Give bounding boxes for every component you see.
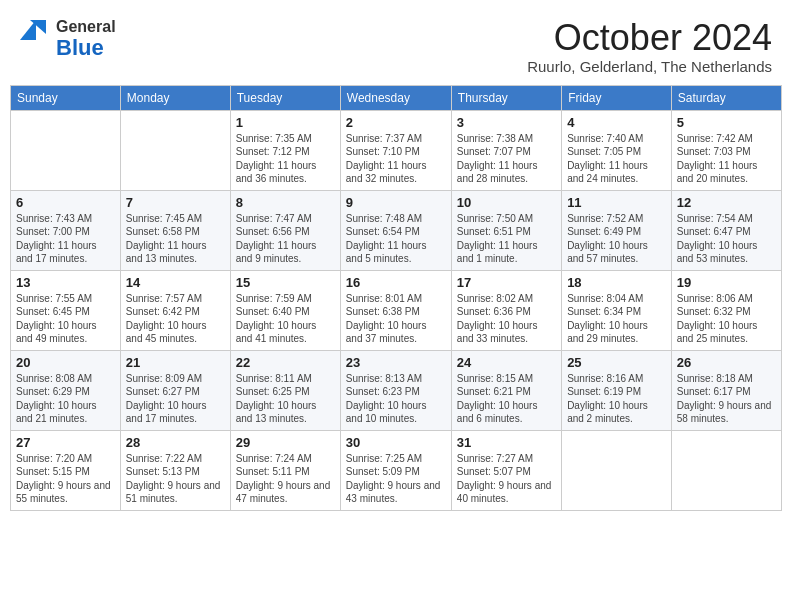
day-number: 6 [16, 195, 115, 210]
day-info: Sunrise: 8:04 AMSunset: 6:34 PMDaylight:… [567, 292, 666, 346]
day-info: Sunrise: 7:42 AMSunset: 7:03 PMDaylight:… [677, 132, 776, 186]
calendar-cell: 25Sunrise: 8:16 AMSunset: 6:19 PMDayligh… [562, 350, 672, 430]
day-number: 5 [677, 115, 776, 130]
day-info: Sunrise: 8:15 AMSunset: 6:21 PMDaylight:… [457, 372, 556, 426]
day-number: 4 [567, 115, 666, 130]
day-number: 12 [677, 195, 776, 210]
calendar-cell: 5Sunrise: 7:42 AMSunset: 7:03 PMDaylight… [671, 110, 781, 190]
day-info: Sunrise: 7:35 AMSunset: 7:12 PMDaylight:… [236, 132, 335, 186]
calendar-cell: 26Sunrise: 8:18 AMSunset: 6:17 PMDayligh… [671, 350, 781, 430]
calendar-week-row: 20Sunrise: 8:08 AMSunset: 6:29 PMDayligh… [11, 350, 782, 430]
logo-general-text: General [56, 18, 116, 36]
weekday-header-cell: Thursday [451, 85, 561, 110]
day-info: Sunrise: 8:09 AMSunset: 6:27 PMDaylight:… [126, 372, 225, 426]
day-info: Sunrise: 7:38 AMSunset: 7:07 PMDaylight:… [457, 132, 556, 186]
calendar-cell [120, 110, 230, 190]
day-number: 16 [346, 275, 446, 290]
day-info: Sunrise: 7:25 AMSunset: 5:09 PMDaylight:… [346, 452, 446, 506]
day-number: 30 [346, 435, 446, 450]
title-block: October 2024 Ruurlo, Gelderland, The Net… [527, 18, 772, 75]
calendar-cell: 21Sunrise: 8:09 AMSunset: 6:27 PMDayligh… [120, 350, 230, 430]
calendar-cell: 22Sunrise: 8:11 AMSunset: 6:25 PMDayligh… [230, 350, 340, 430]
day-info: Sunrise: 8:01 AMSunset: 6:38 PMDaylight:… [346, 292, 446, 346]
day-number: 22 [236, 355, 335, 370]
day-number: 20 [16, 355, 115, 370]
day-info: Sunrise: 7:45 AMSunset: 6:58 PMDaylight:… [126, 212, 225, 266]
calendar-table: SundayMondayTuesdayWednesdayThursdayFrid… [10, 85, 782, 511]
calendar-cell: 3Sunrise: 7:38 AMSunset: 7:07 PMDaylight… [451, 110, 561, 190]
calendar-cell: 15Sunrise: 7:59 AMSunset: 6:40 PMDayligh… [230, 270, 340, 350]
day-info: Sunrise: 8:13 AMSunset: 6:23 PMDaylight:… [346, 372, 446, 426]
calendar-body: 1Sunrise: 7:35 AMSunset: 7:12 PMDaylight… [11, 110, 782, 510]
day-info: Sunrise: 8:18 AMSunset: 6:17 PMDaylight:… [677, 372, 776, 426]
weekday-header-cell: Tuesday [230, 85, 340, 110]
page-header: General General Blue October 2024 Ruurlo… [10, 10, 782, 79]
calendar-cell: 29Sunrise: 7:24 AMSunset: 5:11 PMDayligh… [230, 430, 340, 510]
day-number: 24 [457, 355, 556, 370]
day-number: 11 [567, 195, 666, 210]
calendar-cell: 31Sunrise: 7:27 AMSunset: 5:07 PMDayligh… [451, 430, 561, 510]
calendar-cell: 27Sunrise: 7:20 AMSunset: 5:15 PMDayligh… [11, 430, 121, 510]
calendar-cell: 28Sunrise: 7:22 AMSunset: 5:13 PMDayligh… [120, 430, 230, 510]
day-number: 13 [16, 275, 115, 290]
day-number: 23 [346, 355, 446, 370]
calendar-cell: 11Sunrise: 7:52 AMSunset: 6:49 PMDayligh… [562, 190, 672, 270]
calendar-cell: 17Sunrise: 8:02 AMSunset: 6:36 PMDayligh… [451, 270, 561, 350]
day-info: Sunrise: 7:43 AMSunset: 7:00 PMDaylight:… [16, 212, 115, 266]
day-number: 27 [16, 435, 115, 450]
day-number: 8 [236, 195, 335, 210]
calendar-cell: 20Sunrise: 8:08 AMSunset: 6:29 PMDayligh… [11, 350, 121, 430]
calendar-cell: 24Sunrise: 8:15 AMSunset: 6:21 PMDayligh… [451, 350, 561, 430]
calendar-week-row: 6Sunrise: 7:43 AMSunset: 7:00 PMDaylight… [11, 190, 782, 270]
calendar-cell: 30Sunrise: 7:25 AMSunset: 5:09 PMDayligh… [340, 430, 451, 510]
day-number: 21 [126, 355, 225, 370]
calendar-cell: 13Sunrise: 7:55 AMSunset: 6:45 PMDayligh… [11, 270, 121, 350]
day-info: Sunrise: 7:54 AMSunset: 6:47 PMDaylight:… [677, 212, 776, 266]
day-number: 26 [677, 355, 776, 370]
day-number: 17 [457, 275, 556, 290]
weekday-header-cell: Friday [562, 85, 672, 110]
day-info: Sunrise: 7:55 AMSunset: 6:45 PMDaylight:… [16, 292, 115, 346]
day-info: Sunrise: 7:27 AMSunset: 5:07 PMDaylight:… [457, 452, 556, 506]
day-info: Sunrise: 7:22 AMSunset: 5:13 PMDaylight:… [126, 452, 225, 506]
calendar-week-row: 13Sunrise: 7:55 AMSunset: 6:45 PMDayligh… [11, 270, 782, 350]
month-title: October 2024 [527, 18, 772, 58]
day-number: 9 [346, 195, 446, 210]
day-number: 10 [457, 195, 556, 210]
day-number: 31 [457, 435, 556, 450]
day-info: Sunrise: 7:52 AMSunset: 6:49 PMDaylight:… [567, 212, 666, 266]
day-number: 15 [236, 275, 335, 290]
day-info: Sunrise: 7:24 AMSunset: 5:11 PMDaylight:… [236, 452, 335, 506]
calendar-cell [562, 430, 672, 510]
day-info: Sunrise: 8:11 AMSunset: 6:25 PMDaylight:… [236, 372, 335, 426]
calendar-cell: 14Sunrise: 7:57 AMSunset: 6:42 PMDayligh… [120, 270, 230, 350]
weekday-header-cell: Monday [120, 85, 230, 110]
day-info: Sunrise: 7:59 AMSunset: 6:40 PMDaylight:… [236, 292, 335, 346]
calendar-cell: 19Sunrise: 8:06 AMSunset: 6:32 PMDayligh… [671, 270, 781, 350]
day-number: 2 [346, 115, 446, 130]
day-number: 19 [677, 275, 776, 290]
calendar-cell: 9Sunrise: 7:48 AMSunset: 6:54 PMDaylight… [340, 190, 451, 270]
day-number: 3 [457, 115, 556, 130]
day-info: Sunrise: 7:47 AMSunset: 6:56 PMDaylight:… [236, 212, 335, 266]
calendar-week-row: 1Sunrise: 7:35 AMSunset: 7:12 PMDaylight… [11, 110, 782, 190]
day-info: Sunrise: 7:50 AMSunset: 6:51 PMDaylight:… [457, 212, 556, 266]
day-info: Sunrise: 7:20 AMSunset: 5:15 PMDaylight:… [16, 452, 115, 506]
calendar-cell: 8Sunrise: 7:47 AMSunset: 6:56 PMDaylight… [230, 190, 340, 270]
location: Ruurlo, Gelderland, The Netherlands [527, 58, 772, 75]
calendar-cell: 1Sunrise: 7:35 AMSunset: 7:12 PMDaylight… [230, 110, 340, 190]
day-number: 18 [567, 275, 666, 290]
calendar-cell: 18Sunrise: 8:04 AMSunset: 6:34 PMDayligh… [562, 270, 672, 350]
day-info: Sunrise: 7:48 AMSunset: 6:54 PMDaylight:… [346, 212, 446, 266]
day-number: 29 [236, 435, 335, 450]
weekday-header-cell: Saturday [671, 85, 781, 110]
calendar-cell: 6Sunrise: 7:43 AMSunset: 7:00 PMDaylight… [11, 190, 121, 270]
calendar-cell: 2Sunrise: 7:37 AMSunset: 7:10 PMDaylight… [340, 110, 451, 190]
day-info: Sunrise: 8:16 AMSunset: 6:19 PMDaylight:… [567, 372, 666, 426]
weekday-header-row: SundayMondayTuesdayWednesdayThursdayFrid… [11, 85, 782, 110]
calendar-cell [671, 430, 781, 510]
weekday-header-cell: Sunday [11, 85, 121, 110]
calendar-cell: 16Sunrise: 8:01 AMSunset: 6:38 PMDayligh… [340, 270, 451, 350]
weekday-header-cell: Wednesday [340, 85, 451, 110]
day-info: Sunrise: 7:37 AMSunset: 7:10 PMDaylight:… [346, 132, 446, 186]
